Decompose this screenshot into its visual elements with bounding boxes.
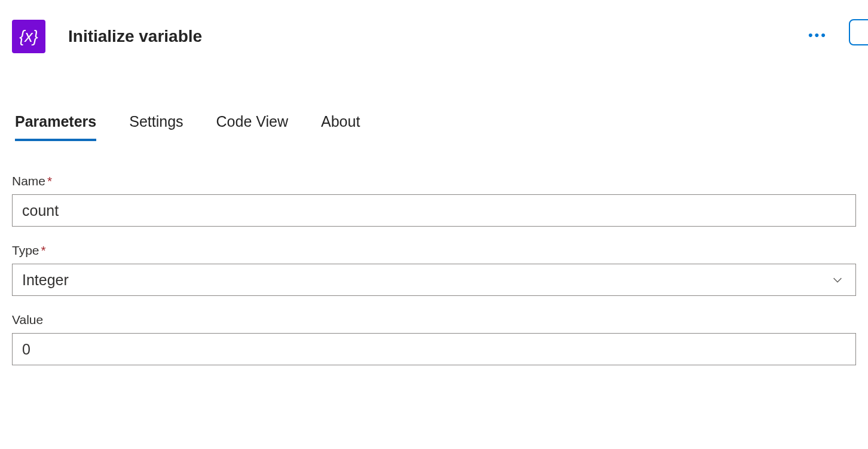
card-header: {x} Initialize variable ••• <box>0 0 868 62</box>
required-asterisk: * <box>41 243 46 257</box>
tab-settings[interactable]: Settings <box>129 113 183 141</box>
name-label: Name* <box>12 174 856 188</box>
name-label-text: Name <box>12 174 45 188</box>
tab-code-view[interactable]: Code View <box>216 113 288 141</box>
action-title: Initialize variable <box>68 27 202 46</box>
value-label-text: Value <box>12 313 43 326</box>
type-label-text: Type <box>12 243 39 257</box>
value-label: Value <box>12 313 856 327</box>
tab-about[interactable]: About <box>321 113 360 141</box>
right-partial-panel <box>849 19 868 45</box>
parameters-form: Name* Type* Integer Value <box>0 141 868 365</box>
type-select-wrap: Integer <box>12 264 856 296</box>
required-asterisk: * <box>47 174 52 188</box>
field-type: Type* Integer <box>12 243 856 296</box>
field-value: Value <box>12 313 856 365</box>
field-name: Name* <box>12 174 856 227</box>
more-menu-button[interactable]: ••• <box>808 29 827 42</box>
type-select[interactable]: Integer <box>12 264 856 296</box>
type-label: Type* <box>12 243 856 258</box>
variable-icon: {x} <box>12 20 45 53</box>
tab-parameters[interactable]: Parameters <box>15 113 96 141</box>
tabs-bar: Parameters Settings Code View About <box>0 62 868 141</box>
name-input[interactable] <box>12 194 856 227</box>
value-input[interactable] <box>12 333 856 365</box>
